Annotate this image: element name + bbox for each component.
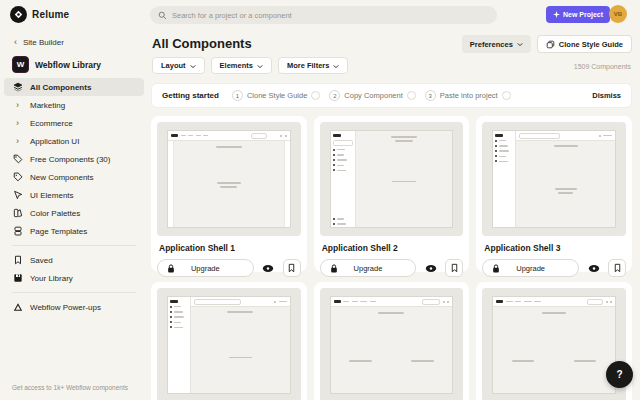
save-bookmark-button[interactable] xyxy=(608,259,626,277)
chevron-down-icon xyxy=(333,64,339,69)
component-thumbnail[interactable] xyxy=(482,288,626,400)
chevron-right-icon: › xyxy=(12,100,23,110)
getting-started-step-1: 1 Clone Style Guide xyxy=(232,90,320,101)
more-filters-dropdown[interactable]: More Filters xyxy=(278,57,349,74)
search-placeholder: Search for a project or a component xyxy=(172,11,292,20)
component-thumbnail[interactable] xyxy=(320,288,464,400)
chevron-down-icon xyxy=(257,64,263,69)
search-icon xyxy=(158,11,167,20)
webflow-library-header[interactable]: W Webflow Library xyxy=(12,56,101,73)
help-button[interactable]: ? xyxy=(606,361,633,388)
component-thumbnail[interactable] xyxy=(320,122,464,236)
card-actions: Upgrade xyxy=(157,259,301,277)
save-bookmark-button[interactable] xyxy=(283,259,301,277)
back-to-site-builder[interactable]: ‹ Site Builder xyxy=(14,38,64,47)
sidebar-divider xyxy=(12,292,136,293)
getting-started-bar: Getting started 1 Clone Style Guide 2 Co… xyxy=(151,83,632,108)
preferences-button[interactable]: Preferences xyxy=(462,35,531,53)
header-actions: Preferences Clone Style Guide xyxy=(462,35,632,53)
new-project-button[interactable]: New Project xyxy=(546,6,610,23)
upgrade-button[interactable]: Upgrade xyxy=(482,259,579,277)
card-actions: Upgrade xyxy=(320,259,464,277)
cursor-icon xyxy=(12,190,23,200)
eye-icon xyxy=(588,264,600,273)
component-card: Application Shell 1 Upgrade xyxy=(151,116,307,272)
sidebar-item-new-components[interactable]: New Components xyxy=(4,168,144,186)
sidebar-item-page-templates[interactable]: Page Templates xyxy=(4,222,144,240)
upgrade-button[interactable]: Upgrade xyxy=(157,259,254,277)
bookmark-icon xyxy=(450,263,459,273)
getting-started-step-3: 3 Paste into project xyxy=(425,90,511,101)
thumbnail-wireframe xyxy=(167,296,291,394)
elements-filter-dropdown[interactable]: Elements xyxy=(211,57,272,74)
sidebar-item-marketing[interactable]: › Marketing xyxy=(4,96,144,114)
component-title: Application Shell 3 xyxy=(482,243,626,253)
sidebar-item-webflow-power-ups[interactable]: Webflow Power-ups xyxy=(4,298,144,316)
getting-started-title: Getting started xyxy=(162,91,219,100)
copy-icon xyxy=(546,40,555,49)
layout-filter-dropdown[interactable]: Layout xyxy=(152,57,205,74)
thumbnail-wireframe xyxy=(492,296,616,394)
component-title: Application Shell 2 xyxy=(320,243,464,253)
sidebar-item-your-library[interactable]: Your Library xyxy=(4,269,144,287)
component-title: Application Shell 1 xyxy=(157,243,301,253)
webflow-logo-icon: W xyxy=(12,56,29,73)
library-icon xyxy=(12,273,23,283)
step-number-badge: 2 xyxy=(329,90,340,101)
step-number-badge: 1 xyxy=(232,90,243,101)
dismiss-button[interactable]: Dismiss xyxy=(592,91,621,100)
preview-button[interactable] xyxy=(421,259,440,277)
clone-style-guide-button[interactable]: Clone Style Guide xyxy=(537,35,632,53)
component-card xyxy=(151,282,307,400)
eye-icon xyxy=(262,264,274,273)
main-content: All Components Preferences Clone Style G… xyxy=(150,30,640,400)
palette-icon xyxy=(12,208,23,218)
component-card: Application Shell 2 Upgrade xyxy=(314,116,470,272)
sidebar-footer-text: Get access to 1k+ Webflow components xyxy=(0,384,140,391)
component-thumbnail[interactable] xyxy=(157,122,301,236)
step-check-circle[interactable] xyxy=(502,91,511,100)
sidebar-item-free-components[interactable]: Free Components (30) xyxy=(4,150,144,168)
preview-button[interactable] xyxy=(259,259,278,277)
sidebar-item-all-components[interactable]: All Components xyxy=(4,78,144,96)
preview-button[interactable] xyxy=(584,259,603,277)
bookmark-icon xyxy=(287,263,296,273)
sidebar-item-color-palettes[interactable]: Color Palettes xyxy=(4,204,144,222)
sidebar-item-application-ui[interactable]: › Application UI xyxy=(4,132,144,150)
sidebar-item-saved[interactable]: Saved xyxy=(4,251,144,269)
getting-started-step-2: 2 Copy Component xyxy=(329,90,415,101)
sidebar-divider xyxy=(12,245,136,246)
power-up-icon xyxy=(12,302,23,312)
sidebar: ‹ Site Builder W Webflow Library All Com… xyxy=(0,30,150,400)
chevron-down-icon xyxy=(517,42,523,47)
filter-bar: Layout Elements More Filters xyxy=(152,57,348,74)
chevron-right-icon: › xyxy=(12,136,23,146)
upgrade-button[interactable]: Upgrade xyxy=(320,259,417,277)
components-count: 1509 Components xyxy=(574,63,631,70)
sidebar-item-ui-elements[interactable]: UI Elements xyxy=(4,186,144,204)
chevron-down-icon xyxy=(190,64,196,69)
thumbnail-wireframe xyxy=(330,130,454,228)
top-bar: Relume Search for a project or a compone… xyxy=(0,0,640,30)
component-thumbnail[interactable] xyxy=(482,122,626,236)
component-thumbnail[interactable] xyxy=(157,288,301,400)
thumbnail-wireframe xyxy=(167,130,291,228)
lock-icon xyxy=(329,263,339,274)
brand-name: Relume xyxy=(32,9,69,20)
lock-icon xyxy=(491,263,501,274)
sparkle-plus-icon xyxy=(553,11,560,18)
eye-icon xyxy=(425,264,437,273)
step-check-circle[interactable] xyxy=(311,91,320,100)
user-avatar[interactable]: VB xyxy=(609,5,627,23)
sidebar-item-ecommerce[interactable]: › Ecommerce xyxy=(4,114,144,132)
page-title: All Components xyxy=(152,36,252,51)
relume-logo[interactable]: Relume xyxy=(10,6,69,23)
global-search-input[interactable]: Search for a project or a component xyxy=(150,6,497,24)
template-icon xyxy=(12,226,23,236)
layers-icon xyxy=(12,82,23,92)
save-bookmark-button[interactable] xyxy=(445,259,463,277)
step-check-circle[interactable] xyxy=(407,91,416,100)
bookmark-icon xyxy=(12,255,23,265)
step-number-badge: 3 xyxy=(425,90,436,101)
thumbnail-wireframe xyxy=(330,296,454,394)
